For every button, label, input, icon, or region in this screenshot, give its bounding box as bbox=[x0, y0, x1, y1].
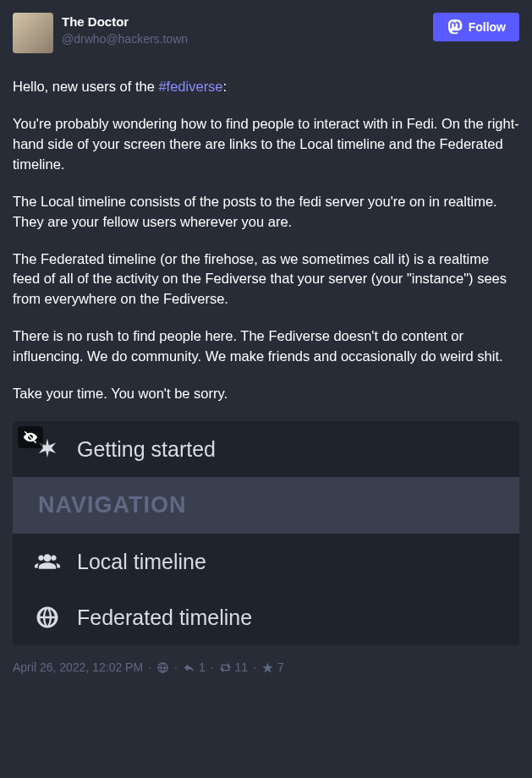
globe-icon bbox=[35, 605, 60, 630]
media-row-federated: Federated timeline bbox=[13, 589, 519, 645]
media-row-getting-started: Getting started bbox=[13, 421, 519, 477]
media-heading: NAVIGATION bbox=[38, 492, 187, 518]
boost-count: 11 bbox=[235, 660, 249, 674]
post-content: Hello, new users of the #fediverse: You'… bbox=[13, 77, 519, 404]
hashtag-link[interactable]: #fediverse bbox=[158, 79, 222, 94]
mastodon-icon bbox=[447, 19, 463, 36]
timestamp[interactable]: April 26, 2022, 12:02 PM bbox=[13, 660, 143, 674]
paragraph: There is no rush to find people here. Th… bbox=[13, 326, 519, 367]
paragraph: Take your time. You won't be sorry. bbox=[13, 384, 519, 404]
globe-icon bbox=[156, 661, 169, 674]
hide-media-button[interactable] bbox=[18, 426, 43, 448]
fav-count: 7 bbox=[277, 660, 284, 674]
follow-button[interactable]: Follow bbox=[433, 13, 519, 41]
media-label: Federated timeline bbox=[77, 605, 252, 630]
avatar[interactable] bbox=[13, 13, 53, 53]
star-icon[interactable] bbox=[261, 661, 274, 674]
reply-count: 1 bbox=[199, 660, 206, 674]
post-meta: April 26, 2022, 12:02 PM · · 1 · 11 · 7 bbox=[13, 660, 519, 674]
media-row-local: Local timeline bbox=[13, 534, 519, 589]
text: : bbox=[223, 79, 228, 94]
users-icon bbox=[35, 549, 60, 574]
user-handle[interactable]: @drwho@hackers.town bbox=[62, 32, 425, 46]
paragraph: The Federated timeline (or the firehose,… bbox=[13, 249, 519, 310]
media-row-navigation: NAVIGATION bbox=[13, 477, 519, 534]
reply-icon[interactable] bbox=[183, 661, 195, 674]
eye-off-icon bbox=[23, 430, 38, 445]
media-label: Local timeline bbox=[77, 550, 206, 574]
media-attachment[interactable]: Getting started NAVIGATION Local timelin… bbox=[13, 421, 519, 645]
follow-label: Follow bbox=[469, 20, 506, 34]
paragraph: You're probably wondering how to find pe… bbox=[13, 114, 519, 175]
boost-icon[interactable] bbox=[219, 661, 232, 674]
paragraph: The Local timeline consists of the posts… bbox=[13, 192, 519, 233]
display-name[interactable]: The Doctor bbox=[62, 14, 425, 29]
media-label: Getting started bbox=[77, 437, 216, 462]
text: Hello, new users of the bbox=[13, 79, 158, 94]
